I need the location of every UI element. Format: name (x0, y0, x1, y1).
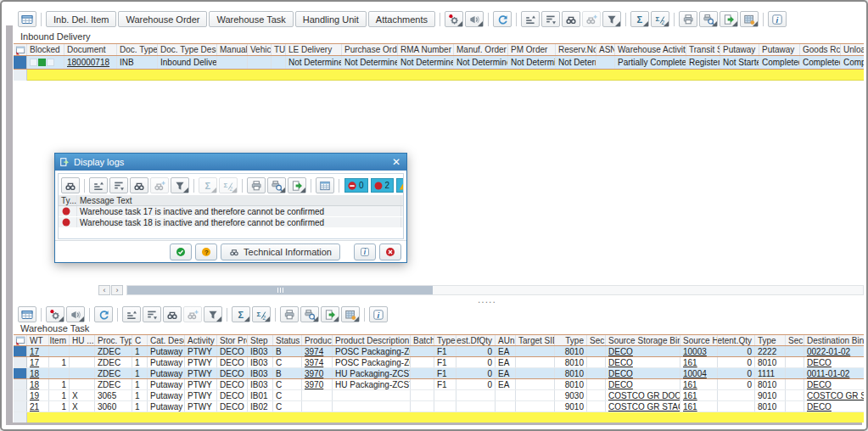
cell-link[interactable]: 18 (30, 380, 39, 389)
cell-link[interactable]: 3974 (305, 358, 323, 367)
row-select-cell[interactable] (14, 357, 27, 367)
cell-link[interactable]: DECO (608, 369, 633, 378)
print-preview-button[interactable] (300, 306, 319, 322)
append-row[interactable] (14, 412, 864, 423)
column-header[interactable]: Stor Pro... (217, 335, 248, 345)
table-details-button[interactable] (18, 11, 36, 27)
column-header[interactable]: Manually (217, 44, 248, 55)
export-button[interactable] (321, 306, 339, 322)
sort-asc-button[interactable] (122, 306, 141, 322)
column-header[interactable]: TU (272, 44, 286, 55)
refresh-button[interactable] (94, 306, 113, 322)
cell-link[interactable]: COSTCO GR STAGE (807, 391, 864, 400)
cell-link[interactable]: 3970 (305, 369, 323, 378)
binoculars-button[interactable] (61, 177, 80, 193)
row-select-cell[interactable] (14, 70, 27, 81)
choose-layout-button[interactable] (740, 11, 759, 27)
column-header[interactable]: Product (302, 335, 333, 345)
column-header[interactable]: Proc. Type (95, 335, 132, 345)
export-button[interactable] (720, 11, 738, 27)
column-header[interactable]: Activity (185, 335, 217, 345)
column-header[interactable]: RMA Number (398, 44, 454, 55)
megaphone-button[interactable] (66, 306, 85, 322)
column-header[interactable]: AUn (496, 335, 516, 345)
cell-link[interactable]: DECO (807, 380, 832, 389)
column-header[interactable]: Source HU (680, 335, 718, 345)
column-header[interactable]: Document (64, 44, 117, 55)
column-header[interactable]: Target SID (516, 335, 555, 345)
table-row[interactable]: 180000718INBInbound DeliveryNot Determin… (14, 56, 864, 70)
refresh-button[interactable] (493, 11, 512, 27)
sort-asc-button[interactable] (89, 177, 108, 193)
filter-button[interactable] (204, 306, 222, 322)
column-header[interactable]: HU ... (70, 335, 95, 345)
column-header[interactable]: Retent.Qty (718, 335, 755, 345)
scrollbar-thumb[interactable] (127, 286, 433, 294)
information-button[interactable] (354, 243, 376, 260)
filter-button[interactable] (602, 11, 621, 27)
print-preview-button[interactable] (699, 11, 718, 27)
scroll-left-button[interactable]: ‹ (98, 285, 110, 295)
binoculars-button[interactable] (130, 177, 148, 193)
printer-button[interactable] (280, 306, 299, 322)
export-button[interactable] (288, 177, 306, 193)
error-count-badge[interactable]: 2 (371, 178, 395, 193)
nav-button-attachments[interactable]: Attachments (368, 11, 435, 27)
column-header[interactable]: Step (248, 335, 273, 345)
table-row[interactable]: 17ZDEC1PutawayPTWYDECOIB03B3974POSC Pack… (14, 346, 864, 357)
cell-link[interactable]: DECO (608, 347, 633, 356)
column-header[interactable]: Cat. Desc. (148, 335, 185, 345)
table-details-button[interactable] (18, 306, 36, 322)
stop-count-badge[interactable]: 0 (344, 178, 368, 193)
printer-button[interactable] (679, 11, 697, 27)
views-grid-button[interactable] (316, 177, 334, 193)
info-button[interactable] (369, 306, 388, 322)
gear-red-button[interactable] (445, 11, 463, 27)
table-row[interactable]: Warehouse task 18 is inactive and theref… (59, 217, 403, 228)
row-select-cell[interactable] (14, 56, 27, 69)
column-header[interactable]: Doc. Type Desc. (158, 44, 217, 55)
scrollbar-track[interactable] (126, 285, 864, 295)
info-button[interactable] (768, 11, 787, 27)
help-button[interactable] (195, 243, 217, 260)
sort-desc-button[interactable] (143, 306, 161, 322)
cell-link[interactable]: COSTCO GR DOOR (608, 391, 680, 400)
nav-button-warehouse-order[interactable]: Warehouse Order (118, 11, 207, 27)
select-all-button[interactable] (14, 335, 27, 345)
cell-link[interactable]: 10004 (683, 369, 707, 378)
column-header[interactable]: Destination Bin (804, 335, 864, 345)
dialog-title-bar[interactable]: Display logs ✕ (55, 154, 406, 171)
close-icon[interactable]: ✕ (390, 157, 402, 167)
sum-button[interactable] (199, 177, 217, 193)
column-header[interactable]: Item (49, 335, 70, 345)
cell-link[interactable]: DECO (608, 380, 633, 389)
column-header[interactable]: LE Delivery (286, 44, 342, 55)
column-header[interactable]: Reserv.No. (556, 44, 596, 55)
binoculars-plus-button[interactable] (183, 306, 202, 322)
column-header[interactable]: Putaway (759, 44, 800, 55)
binoculars-button[interactable] (163, 306, 182, 322)
table-row[interactable]: 18ZDEC1PutawayPTWYDECOIB03B3970HU Packag… (14, 368, 864, 379)
binoculars-plus-button[interactable] (150, 177, 169, 193)
column-header[interactable]: Putaway (720, 44, 759, 55)
table-row[interactable]: 211X30601PutawayPTWYDECOIB02C9010COSTCO … (14, 401, 864, 412)
row-select-cell[interactable] (14, 390, 27, 400)
column-header[interactable]: WT (27, 335, 49, 345)
cancel-button[interactable] (379, 243, 401, 260)
nav-button-handling-unit[interactable]: Handling Unit (295, 11, 367, 27)
column-header[interactable]: Unloading (841, 44, 864, 55)
column-header[interactable]: Type (555, 335, 587, 345)
warning-count-badge[interactable]: 0 (396, 178, 404, 193)
column-header[interactable]: Sec. (587, 335, 606, 345)
cell-link[interactable]: 161 (683, 380, 697, 389)
sort-desc-button[interactable] (109, 177, 128, 193)
subtotal-button[interactable] (651, 11, 669, 27)
sort-asc-button[interactable] (521, 11, 540, 27)
column-header[interactable]: Sec. (786, 335, 804, 345)
column-header[interactable]: Transit S. (686, 44, 720, 55)
horizontal-scrollbar[interactable]: ‹ › (14, 284, 864, 296)
table-row[interactable]: Warehouse task 17 is inactive and theref… (59, 206, 403, 217)
cell-link[interactable]: 17 (30, 358, 39, 367)
table-row[interactable]: 171ZDEC1PutawayPTWYDECOIB03C3974POSC Pac… (14, 357, 864, 368)
sum-button[interactable] (630, 11, 649, 27)
